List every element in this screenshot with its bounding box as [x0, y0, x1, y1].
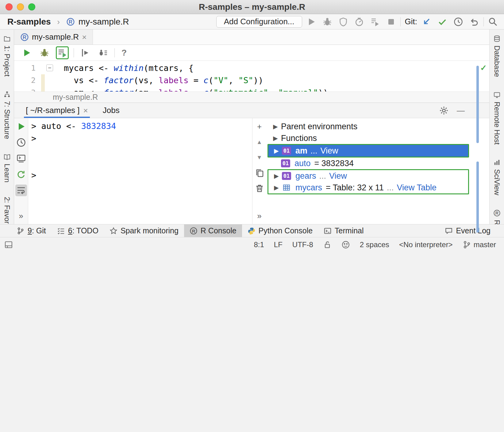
variable-name[interactable]: mycars — [295, 183, 322, 193]
minimize-window-button[interactable] — [17, 3, 24, 10]
lock-icon[interactable] — [323, 240, 332, 249]
tool-window-button-9-git[interactable]: 9: Git — [11, 224, 52, 237]
tool-window-button-python-console[interactable]: Python Console — [242, 224, 318, 237]
code-line[interactable]: 3 am <- factor(am, labels = c("automatic… — [14, 87, 475, 91]
console-line[interactable] — [31, 145, 252, 157]
tool-stripe-button[interactable]: Remote Host — [493, 91, 501, 145]
variable-name[interactable]: gears — [295, 171, 316, 181]
history-clock-icon[interactable] — [16, 138, 26, 147]
console-output[interactable]: > auto <- 3832834>> — [28, 118, 252, 224]
update-project-icon[interactable] — [421, 17, 431, 27]
more-icon[interactable]: » — [256, 211, 264, 221]
tool-window-label: Spark monitoring — [121, 226, 179, 235]
add-watch-icon[interactable]: + — [256, 122, 264, 131]
variable-row-mycars[interactable]: ▶mycars= Table: 32 x 11...View Table — [268, 182, 468, 193]
console-line[interactable]: > — [31, 169, 252, 181]
coverage-icon[interactable] — [338, 17, 348, 27]
variable-row-gears[interactable]: ▶01gears...View — [268, 170, 468, 182]
fold-start-icon[interactable]: − — [46, 64, 53, 71]
editor-breadcrumb[interactable]: my-sample.R — [14, 91, 489, 103]
tool-stripe-button[interactable]: Database — [493, 35, 501, 77]
caret-position[interactable]: 8:1 — [254, 240, 264, 249]
tool-window-button-r-console[interactable]: RR Console — [184, 224, 242, 237]
expand-arrow-icon[interactable]: ▶ — [271, 147, 282, 154]
console-tab-r-samples[interactable]: [ ~/R-samples ] × — [26, 103, 88, 118]
view-link[interactable]: View Table — [397, 183, 437, 193]
add-configuration-button[interactable]: Add Configuration... — [216, 16, 302, 28]
console-line[interactable] — [31, 157, 252, 169]
tool-stripe-button[interactable]: 1: Project — [3, 35, 11, 76]
ide-errors-icon[interactable] — [341, 240, 350, 249]
close-window-button[interactable] — [6, 3, 13, 10]
tool-window-button-spark-monitoring[interactable]: Spark monitoring — [104, 224, 184, 237]
code-line[interactable]: 2 vs <- factor(vs, labels = c("V", "S")) — [14, 74, 475, 87]
restart-icon[interactable] — [16, 169, 26, 179]
fold-gutter[interactable]: − — [45, 62, 56, 74]
console-line[interactable]: > — [31, 132, 252, 145]
tab-my-sample[interactable]: R my-sample.R × — [14, 29, 93, 45]
tool-window-button-event-log[interactable]: Event Log — [439, 224, 496, 237]
indent-info[interactable]: 2 spaces — [360, 240, 389, 249]
scroll-down-icon[interactable]: ▼ — [256, 152, 264, 162]
scroll-up-icon[interactable]: ▲ — [256, 137, 264, 147]
code-editor[interactable]: 1−mycars <- within(mtcars, {2 vs <- fact… — [14, 61, 475, 91]
commit-icon[interactable] — [437, 17, 447, 27]
debug-action-icon[interactable] — [98, 48, 108, 58]
run-to-cursor-icon[interactable] — [80, 48, 90, 58]
tool-window-button-6-todo[interactable]: 6: TODO — [52, 224, 104, 237]
console-tab-jobs[interactable]: Jobs — [103, 103, 120, 118]
zoom-window-button[interactable] — [28, 3, 35, 10]
tool-window-switcher-icon[interactable] — [4, 240, 13, 249]
close-icon[interactable]: × — [83, 107, 88, 115]
execute-selection-icon[interactable] — [57, 48, 67, 58]
breadcrumb-project[interactable]: R-samples — [7, 17, 51, 27]
edit-console-icon[interactable] — [16, 154, 26, 163]
view-link[interactable]: View — [329, 171, 347, 181]
expand-arrow-icon[interactable]: ▶ — [271, 184, 282, 191]
run-icon[interactable] — [22, 48, 32, 58]
multirun-icon[interactable] — [370, 17, 380, 27]
variable-name[interactable]: auto — [294, 159, 311, 168]
tool-stripe-button[interactable]: Learn — [3, 153, 11, 182]
git-branch-widget[interactable]: master — [463, 240, 496, 249]
breadcrumb-file[interactable]: my-sample.R — [79, 17, 129, 27]
env-group-row[interactable]: ▶Parent environments — [267, 121, 469, 132]
history-clock-icon[interactable] — [453, 17, 463, 27]
close-icon[interactable]: × — [82, 33, 87, 41]
soft-wrap-button[interactable] — [15, 185, 27, 196]
expand-arrow-icon[interactable]: ▶ — [270, 134, 281, 142]
run-icon[interactable] — [16, 122, 26, 131]
tool-stripe-button[interactable]: 7: Structure — [3, 91, 11, 139]
code-line[interactable]: 1−mycars <- within(mtcars, { — [14, 62, 475, 74]
help-button[interactable]: ? — [121, 48, 127, 58]
expand-arrow-icon[interactable]: ▶ — [271, 172, 282, 180]
vcs-scroll-mark[interactable] — [476, 162, 479, 233]
copy-icon[interactable] — [255, 168, 264, 177]
stop-icon[interactable] — [386, 17, 396, 27]
tool-stripe-button[interactable]: SciView — [493, 159, 501, 195]
tool-window-button-terminal[interactable]: Terminal — [318, 224, 369, 237]
variable-name[interactable]: am — [295, 146, 307, 156]
line-separator[interactable]: LF — [274, 240, 283, 249]
search-icon[interactable] — [488, 17, 498, 27]
profiler-icon[interactable] — [354, 17, 364, 27]
console-line[interactable]: > auto <- 3832834 — [31, 120, 252, 132]
minimize-icon[interactable]: — — [457, 106, 465, 115]
file-encoding[interactable]: UTF-8 — [292, 240, 313, 249]
inspections-ok-icon[interactable]: ✓ — [480, 63, 487, 73]
more-icon[interactable]: » — [17, 211, 25, 221]
trash-icon[interactable] — [255, 183, 264, 193]
expand-arrow-icon[interactable]: ▶ — [270, 123, 281, 130]
run-icon[interactable] — [306, 17, 316, 27]
interpreter-info[interactable]: <No interpreter> — [399, 240, 453, 249]
settings-gear-icon[interactable] — [439, 106, 449, 115]
rollback-icon[interactable] — [469, 17, 479, 27]
variable-row-am[interactable]: ▶01am...View — [268, 145, 468, 157]
env-group-row[interactable]: ▶Functions — [267, 132, 469, 144]
breadcrumb-file-name[interactable]: my-sample.R — [53, 93, 98, 102]
vcs-scroll-mark[interactable] — [476, 66, 479, 143]
variable-row-auto[interactable]: ▶01auto= 3832834 — [267, 158, 469, 169]
debug-icon[interactable] — [40, 48, 49, 58]
debug-icon[interactable] — [322, 17, 332, 27]
view-link[interactable]: View — [321, 146, 338, 156]
